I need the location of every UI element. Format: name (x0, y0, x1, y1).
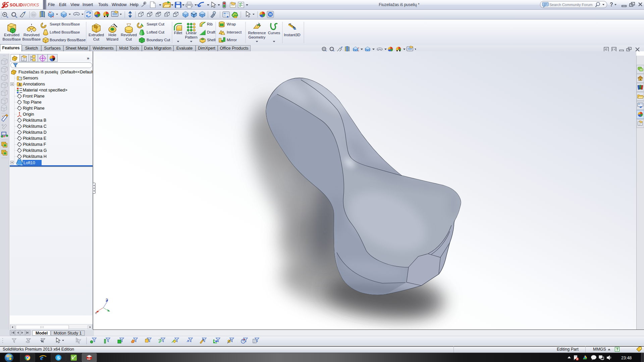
svg-text:23:48: 23:48 (621, 356, 632, 360)
svg-text:sw: sw (87, 358, 91, 360)
svg-text:?: ? (610, 2, 613, 7)
svg-text:SOLID: SOLID (10, 3, 23, 7)
svg-text:Model: Model (36, 331, 48, 336)
svg-text:S: S (57, 355, 60, 360)
svg-text:e: e (40, 354, 43, 362)
svg-text:X: X (95, 311, 97, 315)
svg-text:A: A (18, 83, 21, 86)
svg-text:Search Community Forum: Search Community Forum (549, 3, 592, 7)
svg-text:6σ: 6σ (32, 13, 36, 16)
svg-text:Z: Z (106, 298, 108, 301)
svg-text:Loft10: Loft10 (23, 161, 35, 165)
svg-text:WORKS: WORKS (23, 3, 39, 7)
svg-text:Motion Study 1: Motion Study 1 (54, 331, 82, 336)
svg-text:»: » (87, 56, 89, 61)
